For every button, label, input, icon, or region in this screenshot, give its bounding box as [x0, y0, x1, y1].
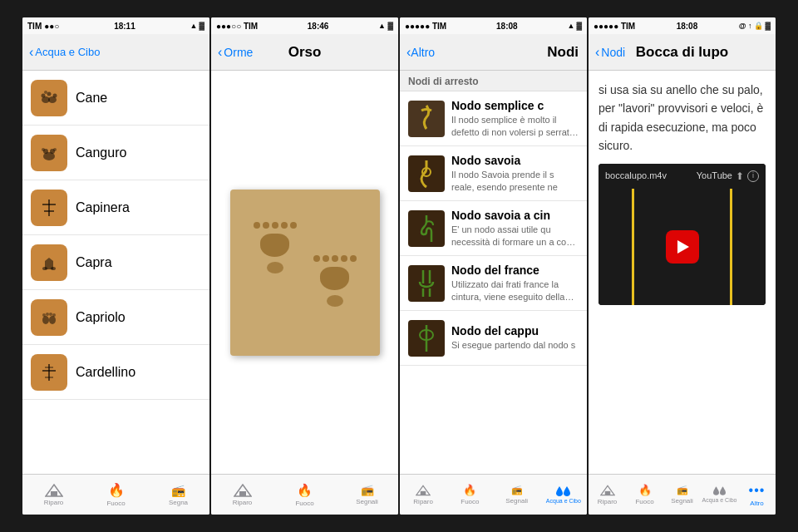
back-label-1[interactable]: Acqua e Cibo [35, 46, 100, 58]
nodi-title-1: Nodo savoia [451, 154, 579, 167]
tab-segnali-2[interactable]: 📻 Segnali [336, 484, 398, 505]
nodi-item-3[interactable]: Nodo del france Utilizzato dai frati fra… [400, 256, 587, 311]
shelter-icon-2 [234, 484, 252, 497]
video-container[interactable]: boccalupo.m4v YouTube ⬆ i [598, 164, 766, 305]
back-chevron-1: ‹ [29, 45, 33, 60]
svg-point-5 [44, 91, 47, 94]
list-item[interactable]: Capra [22, 235, 209, 290]
tab-altro-4[interactable]: ••• Altro [738, 483, 776, 507]
tab-fuoco-4[interactable]: 🔥 Fuoco [626, 484, 663, 505]
share-icon: ⬆ [736, 169, 744, 184]
nodi-desc-3: Utilizzato dai frati france la cintura, … [451, 278, 579, 303]
tab-riparo-3[interactable]: Riparo [400, 485, 446, 505]
screen-3: ●●●●● TIM 18:08 ▲ ▓ ‹ Altro Nodi Nodi di… [400, 17, 587, 515]
tab-label-fuoco-1: Fuoco [106, 500, 125, 507]
toe [313, 255, 320, 262]
nav-bar-3: ‹ Altro Nodi [400, 34, 587, 71]
tab-riparo-4[interactable]: Riparo [589, 485, 626, 505]
tab-label-riparo-4: Riparo [598, 498, 618, 505]
tab-label-segnali-2: Segnali [356, 498, 378, 505]
nodi-title-2: Nodo savoia a cin [451, 209, 579, 222]
animal-list: Cane Canguro [22, 71, 209, 474]
nodi-info-2: Nodo savoia a cin E' un nodo assai utile… [451, 209, 579, 248]
screen-1: TIM ●●○ 18:11 ▲ ▓ ‹ Acqua e Cibo [22, 17, 209, 515]
knot-thumb-2 [408, 210, 445, 247]
info-icon: i [747, 170, 759, 182]
tab-label-riparo-3: Riparo [413, 498, 433, 505]
nodi-item-1[interactable]: Nodo savoia Il nodo Savoia prende il s r… [400, 146, 587, 201]
tab-label-fuoco-2: Fuoco [295, 500, 313, 507]
toe [290, 222, 297, 229]
list-item[interactable]: Cane [22, 71, 209, 126]
knot-thumb-0 [408, 101, 445, 137]
knot-thumb-1 [408, 155, 445, 192]
paw-pad-left [260, 234, 289, 257]
knot-thumb-4 [408, 320, 445, 357]
tab-riparo-2[interactable]: Riparo [211, 484, 273, 506]
back-chevron-2: ‹ [218, 45, 222, 60]
tab-fuoco-1[interactable]: 🔥 Fuoco [85, 482, 147, 507]
rope-right [730, 189, 732, 305]
nodi-item-4[interactable]: Nodo del cappu Si esegue partendo dal no… [400, 311, 587, 366]
track-group [254, 239, 357, 307]
tab-acqua-4[interactable]: Acqua e Cibo [701, 486, 738, 503]
nodi-item-0[interactable]: Nodo semplice c Il nodo semplice è molto… [400, 91, 587, 146]
tab-fuoco-3[interactable]: 🔥 Fuoco [446, 484, 493, 505]
svg-point-9 [42, 148, 45, 151]
shelter-icon-3 [416, 485, 431, 496]
nodi-info-0: Nodo semplice c Il nodo semplice è molto… [451, 99, 579, 138]
time-2: 18:46 [308, 22, 329, 31]
animal-name-canguro: Canguro [76, 145, 126, 160]
svg-point-21 [52, 313, 56, 317]
nav-back-4[interactable]: ‹ Nodi [595, 45, 625, 60]
nav-bar-1: ‹ Acqua e Cibo [22, 34, 209, 71]
list-item[interactable]: Canguro [22, 126, 209, 180]
nodi-title-4: Nodo del cappu [451, 324, 579, 337]
back-label-3[interactable]: Altro [411, 46, 435, 59]
animal-name-capriolo: Capriolo [76, 310, 126, 325]
back-label-2[interactable]: Orme [224, 46, 253, 59]
tab-label-altro-4: Altro [750, 500, 763, 507]
icons-4: @ ↑ 🔒 ▓ [739, 22, 771, 30]
play-button[interactable] [666, 230, 699, 264]
tab-bar-3: Riparo 🔥 Fuoco 📻 Segnali Acqua e Cibo [400, 474, 587, 515]
bear-tracks-image [230, 190, 380, 356]
svg-point-19 [46, 313, 49, 316]
tab-segnali-3[interactable]: 📻 Segnali [494, 485, 540, 505]
svg-point-18 [42, 313, 46, 317]
nav-title-2: Orso [288, 44, 322, 61]
tab-riparo-1[interactable]: Riparo [22, 484, 85, 506]
bear-tracks-container [211, 71, 398, 474]
nav-back-1[interactable]: ‹ Acqua e Cibo [29, 45, 100, 60]
toe [263, 222, 269, 229]
back-label-4[interactable]: Nodi [601, 46, 625, 59]
screen-4: ●●●●● TIM 18:08 @ ↑ 🔒 ▓ ‹ Nodi Bocca di … [589, 17, 776, 515]
wifi-icon-2: ▲ ▓ [378, 22, 393, 30]
nodi-item-2[interactable]: Nodo savoia a cin E' un nodo assai utile… [400, 201, 587, 256]
time-4: 18:08 [677, 22, 698, 31]
toe [281, 222, 288, 229]
nodi-info-3: Nodo del france Utilizzato dai frati fra… [451, 264, 579, 303]
video-header: boccalupo.m4v YouTube ⬆ i [598, 164, 766, 189]
rope-left [632, 189, 634, 305]
tab-segnali-1[interactable]: 📻 Segna [147, 484, 209, 506]
screen-2: ●●●○○ TIM 18:46 ▲ ▓ ‹ Orme Orso [211, 17, 398, 515]
play-triangle-icon [677, 240, 689, 254]
tab-acqua-3[interactable]: Acqua e Cibo [540, 486, 587, 504]
tab-label-riparo-2: Riparo [233, 499, 253, 506]
list-item[interactable]: Cardellino [22, 345, 209, 400]
paw-left [254, 222, 297, 307]
svg-rect-29 [239, 491, 246, 496]
tab-segnali-4[interactable]: 📻 Segnali [663, 485, 701, 505]
svg-rect-32 [421, 490, 426, 495]
nodi-info-1: Nodo savoia Il nodo Savoia prende il s r… [451, 154, 579, 193]
nav-back-3[interactable]: ‹ Altro [406, 45, 435, 60]
nav-back-2[interactable]: ‹ Orme [218, 45, 253, 60]
list-item[interactable]: Capinera [22, 180, 209, 235]
video-playback-area[interactable] [598, 189, 766, 305]
tab-fuoco-2[interactable]: 🔥 Fuoco [273, 483, 336, 507]
fire-icon-3: 🔥 [463, 484, 476, 496]
nodi-desc-1: Il nodo Savoia prende il s reale, esendo… [451, 169, 579, 193]
list-item[interactable]: Capriolo [22, 290, 209, 345]
animal-icon-capra [31, 244, 67, 281]
